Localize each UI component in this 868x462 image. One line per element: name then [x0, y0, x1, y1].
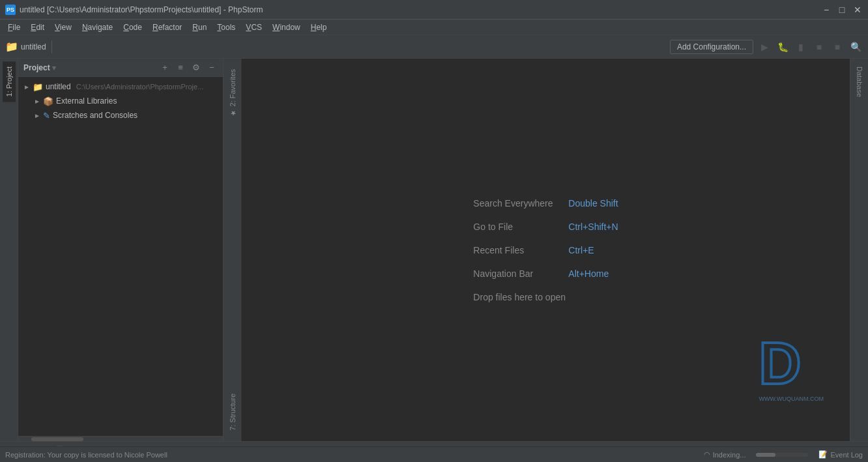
tree-arrow-libs: ►	[34, 98, 40, 105]
stop-button[interactable]: ■	[830, 40, 845, 54]
toolbar: 📁 untitled Add Configuration... ▶ 🐛 ▮ ■ …	[0, 35, 868, 59]
menu-edit[interactable]: Edit	[25, 22, 50, 33]
watermark-text: WWW.WUQUANM.COM	[759, 396, 824, 402]
nav-bar-row: Navigation Bar Alt+Home	[473, 268, 609, 279]
menu-help[interactable]: Help	[306, 22, 332, 33]
search-everywhere-shortcut: Double Shift	[568, 198, 618, 209]
status-scroll-thumb	[756, 453, 775, 457]
menu-bar: File Edit View Navigate Code Refactor Ru…	[0, 20, 868, 35]
tree-arrow-scratches: ►	[34, 112, 40, 119]
status-bar: Registration: Your copy is licensed to N…	[0, 446, 868, 462]
recent-files-label: Recent Files	[473, 245, 558, 255]
debug-button[interactable]: 🐛	[775, 40, 790, 54]
collapse-all-button[interactable]: ≡	[175, 62, 186, 74]
project-name: untitled	[21, 42, 46, 51]
right-sidebar: Database	[850, 59, 868, 441]
tree-name-scratches: Scratches and Consoles	[53, 111, 137, 120]
left-sidebar-tabs: 1: Project	[0, 59, 18, 441]
event-log-icon: 📝	[818, 450, 828, 459]
status-registration: Registration: Your copy is licensed to N…	[5, 451, 693, 459]
recent-files-row: Recent Files Ctrl+E	[473, 245, 594, 255]
watermark-letter: D	[759, 334, 824, 393]
event-log-label: Event Log	[830, 451, 863, 459]
nav-bar-shortcut: Alt+Home	[568, 268, 609, 279]
sidebar-item-structure[interactable]: 7: Structure	[226, 388, 239, 436]
tree-path-untitled: C:\Users\Administrator\PhpstormProje...	[76, 83, 204, 91]
tree-item-scratches[interactable]: ► ✎ Scratches and Consoles	[18, 108, 223, 123]
tree-item-untitled[interactable]: ► 📁 untitled C:\Users\Administrator\Phps…	[18, 79, 223, 94]
sidebar-item-favorites[interactable]: ★ 2: Favorites	[225, 64, 239, 123]
tree-name-libs: External Libraries	[56, 96, 117, 106]
toolbar-separator	[51, 40, 52, 53]
toolbar-right: Add Configuration... ▶ 🐛 ▮ ■ ■ 🔍	[670, 40, 863, 54]
project-tree: ► 📁 untitled C:\Users\Administrator\Phps…	[18, 77, 223, 436]
scroll-bar-area	[756, 453, 808, 457]
recent-files-shortcut: Ctrl+E	[568, 245, 594, 255]
drop-files-row: Drop files here to open	[473, 292, 566, 302]
search-everywhere-label: Search Everywhere	[473, 198, 558, 209]
tree-arrow-untitled: ►	[23, 83, 30, 91]
goto-file-label: Go to File	[473, 222, 558, 232]
welcome-content: Search Everywhere Double Shift Go to Fil…	[473, 198, 618, 302]
menu-file[interactable]: File	[3, 22, 25, 33]
project-panel-title: Project ▾	[23, 63, 155, 72]
favorites-sidebar: ★ 2: Favorites 7: Structure	[224, 59, 242, 441]
menu-vcs[interactable]: VCS	[240, 22, 267, 33]
status-scroll-track	[756, 453, 808, 457]
menu-window[interactable]: Window	[267, 22, 306, 33]
add-content-root-button[interactable]: +	[159, 62, 171, 74]
indexing-label: Indexing...	[713, 451, 746, 459]
sidebar-item-database[interactable]: Database	[853, 61, 866, 102]
menu-view[interactable]: View	[50, 22, 77, 33]
search-everywhere-row: Search Everywhere Double Shift	[473, 198, 618, 209]
project-panel-scrollbar[interactable]	[18, 436, 223, 441]
scratches-icon: ✎	[43, 111, 50, 121]
goto-file-row: Go to File Ctrl+Shift+N	[473, 222, 618, 232]
title-bar: PS untitled [C:\Users\Administrator\Phps…	[0, 0, 868, 20]
drop-files-label: Drop files here to open	[473, 292, 566, 302]
main-layout: 1: Project Project ▾ + ≡ ⚙ − ► 📁 untitle…	[0, 59, 868, 441]
menu-tools[interactable]: Tools	[212, 22, 240, 33]
title-text: untitled [C:\Users\Administrator\Phpstor…	[20, 5, 863, 14]
close-button[interactable]: ✕	[852, 5, 863, 15]
folder-icon: 📁	[33, 82, 43, 92]
menu-run[interactable]: Run	[187, 22, 212, 33]
goto-file-shortcut: Ctrl+Shift+N	[568, 222, 618, 232]
indexing-spinner: ◠	[704, 450, 710, 459]
tree-item-external-libs[interactable]: ► 📦 External Libraries	[18, 94, 223, 108]
status-indexing: ◠ Indexing...	[704, 450, 746, 459]
event-log-button[interactable]: 📝 Event Log	[818, 450, 863, 459]
maximize-button[interactable]: □	[837, 5, 847, 15]
libs-icon: 📦	[43, 96, 53, 106]
window-controls: − □ ✕	[821, 5, 863, 15]
menu-navigate[interactable]: Navigate	[77, 22, 118, 33]
editor-area: Search Everywhere Double Shift Go to Fil…	[242, 59, 850, 441]
project-panel-header: Project ▾ + ≡ ⚙ −	[18, 59, 223, 77]
panel-settings-button[interactable]: ⚙	[190, 62, 202, 74]
search-everywhere-button[interactable]: 🔍	[848, 40, 863, 54]
nav-bar-label: Navigation Bar	[473, 268, 558, 279]
tree-name-untitled: untitled	[46, 82, 71, 91]
run-button[interactable]: ▶	[757, 40, 772, 54]
watermark: D WWW.WUQUANM.COM	[759, 334, 824, 402]
panel-close-button[interactable]: −	[206, 62, 218, 74]
profile-button[interactable]: ■	[812, 40, 826, 54]
project-panel: Project ▾ + ≡ ⚙ − ► 📁 untitled C:\Users\…	[18, 59, 224, 441]
sidebar-item-project[interactable]: 1: Project	[3, 61, 16, 102]
menu-refactor[interactable]: Refactor	[147, 22, 187, 33]
minimize-button[interactable]: −	[821, 5, 832, 15]
project-folder-icon: 📁	[5, 40, 18, 53]
app-icon: PS	[5, 5, 16, 15]
add-configuration-button[interactable]: Add Configuration...	[670, 40, 753, 54]
menu-code[interactable]: Code	[118, 22, 147, 33]
coverage-button[interactable]: ▮	[794, 40, 808, 54]
